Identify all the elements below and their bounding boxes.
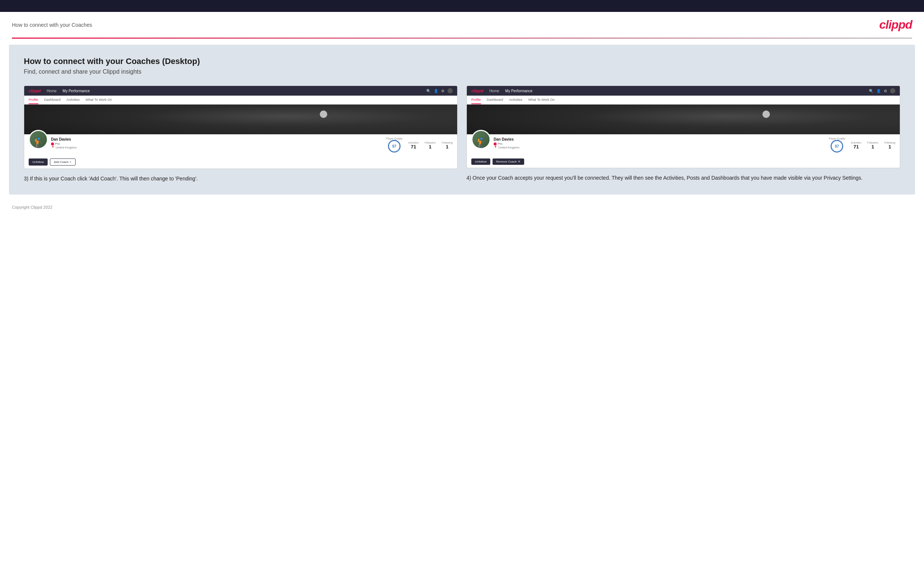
main-subheading: Find, connect and share your Clippd insi… xyxy=(24,68,900,75)
left-avatar: 🏌️ xyxy=(29,130,48,149)
screenshots-row: clippd Home My Performance 🔍 👤 ⚙ Profile… xyxy=(24,85,900,183)
footer: Copyright Clippd 2022 xyxy=(0,200,924,214)
left-nav-home[interactable]: Home xyxy=(47,89,57,93)
header: How to connect with your Coaches clippd xyxy=(0,12,924,37)
right-banner-moon xyxy=(762,111,770,118)
right-profile-location: 📍 United Kingdom xyxy=(494,146,829,149)
right-remove-coach-button[interactable]: Remove Coach ✕ xyxy=(493,158,524,165)
right-activities-label: Activities xyxy=(851,141,861,144)
left-add-coach-button[interactable]: Add Coach + xyxy=(50,158,76,166)
right-settings-icon[interactable]: ⚙ xyxy=(884,89,887,93)
close-icon: ✕ xyxy=(518,160,520,163)
left-following-value: 1 xyxy=(441,144,453,150)
right-nav-home[interactable]: Home xyxy=(489,89,499,93)
left-nav-my-performance[interactable]: My Performance xyxy=(63,89,90,93)
left-activities-label: Activities xyxy=(409,141,419,144)
right-followers-label: Followers xyxy=(867,141,878,144)
left-banner-moon xyxy=(320,111,327,118)
tab-dashboard-left[interactable]: Dashboard xyxy=(44,98,61,104)
right-stat-quality: Player Quality 97 xyxy=(829,137,845,153)
header-divider xyxy=(12,37,912,39)
left-nav-logo: clippd xyxy=(29,89,40,93)
left-profile-badge: Pro xyxy=(51,142,386,145)
right-following-value: 1 xyxy=(884,144,895,150)
left-profile-section: 🏌️ Dan Davies Pro 📍 United Kingdom xyxy=(24,134,457,157)
left-browser-mock: clippd Home My Performance 🔍 👤 ⚙ Profile… xyxy=(24,85,457,169)
right-avatar-figure: 🏌️ xyxy=(475,137,488,149)
tab-what-to-work-on-right[interactable]: What To Work On xyxy=(528,98,555,104)
page-title: How to connect with your Coaches xyxy=(12,22,92,28)
left-banner-inner xyxy=(24,105,457,134)
left-tabs: Profile Dashboard Activities What To Wor… xyxy=(24,96,457,105)
left-stats: Player Quality 97 Activities 71 Follower… xyxy=(386,137,453,153)
left-stat-quality: Player Quality 97 xyxy=(386,137,402,153)
left-column: clippd Home My Performance 🔍 👤 ⚙ Profile… xyxy=(24,85,457,183)
logo: clippd xyxy=(879,18,912,32)
left-avatar-figure: 🏌️ xyxy=(32,137,45,149)
main-heading: How to connect with your Coaches (Deskto… xyxy=(24,56,900,66)
left-quality-label: Player Quality xyxy=(386,137,402,140)
avatar-icon[interactable] xyxy=(447,88,453,93)
right-stat-activities: Activities 71 xyxy=(851,141,861,150)
right-banner-inner xyxy=(467,105,900,134)
right-activities-value: 71 xyxy=(851,144,861,150)
right-stats: Player Quality 97 Activities 71 Follower… xyxy=(829,137,895,153)
right-actions: Unfollow Remove Coach ✕ xyxy=(467,157,900,168)
left-quality-circle: 97 xyxy=(388,140,401,153)
user-icon[interactable]: 👤 xyxy=(434,89,438,93)
right-search-icon[interactable]: 🔍 xyxy=(869,89,873,93)
right-description: 4) Once your Coach accepts your request … xyxy=(467,174,900,182)
right-nav-logo: clippd xyxy=(471,89,483,93)
tab-activities-left[interactable]: Activities xyxy=(67,98,80,104)
right-column: clippd Home My Performance 🔍 👤 ⚙ Profile… xyxy=(467,85,900,183)
copyright: Copyright Clippd 2022 xyxy=(12,205,52,210)
left-followers-value: 1 xyxy=(425,144,436,150)
left-profile-name: Dan Davies xyxy=(51,137,386,141)
right-followers-value: 1 xyxy=(867,144,878,150)
badge-dot xyxy=(51,142,54,145)
left-description: 3) If this is your Coach click 'Add Coac… xyxy=(24,175,457,183)
right-nav: clippd Home My Performance 🔍 👤 ⚙ xyxy=(467,86,900,96)
left-stat-following: Following 1 xyxy=(441,141,453,150)
tab-profile-right[interactable]: Profile xyxy=(471,98,481,104)
right-user-icon[interactable]: 👤 xyxy=(876,89,881,93)
right-profile-info: Dan Davies Pro 📍 United Kingdom xyxy=(494,137,829,149)
settings-icon[interactable]: ⚙ xyxy=(441,89,444,93)
tab-profile-left[interactable]: Profile xyxy=(29,98,38,104)
right-stat-following: Following 1 xyxy=(884,141,895,150)
tab-what-to-work-on-left[interactable]: What To Work On xyxy=(86,98,112,104)
left-followers-label: Followers xyxy=(425,141,436,144)
right-profile-name: Dan Davies xyxy=(494,137,829,141)
plus-icon: + xyxy=(69,160,71,164)
search-icon[interactable]: 🔍 xyxy=(426,89,431,93)
right-unfollow-button[interactable]: Unfollow xyxy=(471,158,490,165)
left-banner xyxy=(24,105,457,134)
right-browser-mock: clippd Home My Performance 🔍 👤 ⚙ Profile… xyxy=(467,85,900,168)
main-content: How to connect with your Coaches (Deskto… xyxy=(9,45,915,195)
right-banner xyxy=(467,105,900,134)
right-nav-my-performance[interactable]: My Performance xyxy=(505,89,532,93)
left-badge-label: Pro xyxy=(55,142,60,145)
tab-activities-right[interactable]: Activities xyxy=(509,98,523,104)
right-nav-right: 🔍 👤 ⚙ xyxy=(869,88,895,93)
left-following-label: Following xyxy=(441,141,453,144)
right-profile-section: 🏌️ Dan Davies Pro 📍 United Kingdom xyxy=(467,134,900,157)
left-stat-followers: Followers 1 xyxy=(425,141,436,150)
left-activities-value: 71 xyxy=(409,144,419,150)
right-quality-circle: 97 xyxy=(830,140,843,153)
left-nav: clippd Home My Performance 🔍 👤 ⚙ xyxy=(24,86,457,96)
left-stat-activities: Activities 71 xyxy=(409,141,419,150)
left-nav-right: 🔍 👤 ⚙ xyxy=(426,88,453,93)
right-badge-label: Pro xyxy=(498,142,502,145)
right-profile-badge: Pro xyxy=(494,142,829,145)
right-badge-dot xyxy=(494,142,497,145)
top-bar xyxy=(0,0,924,12)
right-stat-followers: Followers 1 xyxy=(867,141,878,150)
right-following-label: Following xyxy=(884,141,895,144)
right-quality-label: Player Quality xyxy=(829,137,845,140)
right-tabs: Profile Dashboard Activities What To Wor… xyxy=(467,96,900,105)
right-avatar-icon[interactable] xyxy=(890,88,895,93)
tab-dashboard-right[interactable]: Dashboard xyxy=(487,98,503,104)
right-avatar: 🏌️ xyxy=(471,130,491,149)
left-unfollow-button[interactable]: Unfollow xyxy=(29,158,48,166)
